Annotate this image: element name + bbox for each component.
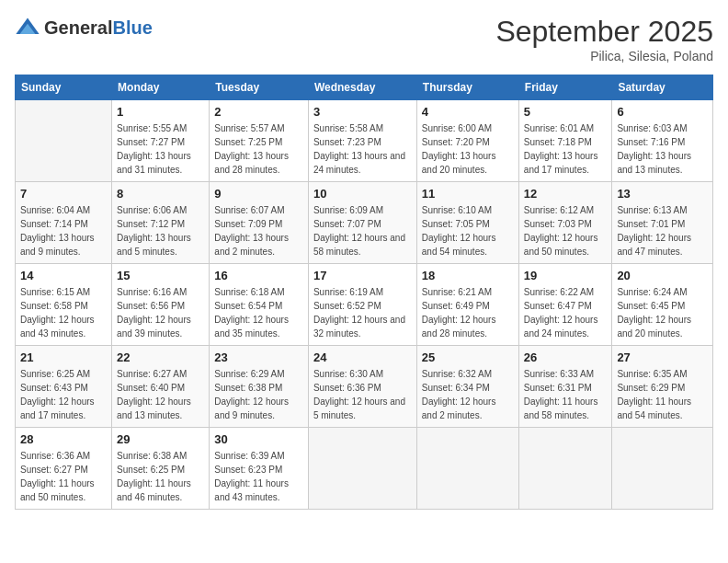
weekday-header-monday: Monday [112, 75, 210, 100]
day-number: 25 [422, 350, 514, 364]
day-detail: Sunrise: 6:29 AMSunset: 6:38 PMDaylight:… [214, 367, 303, 422]
day-detail: Sunrise: 6:33 AMSunset: 6:31 PMDaylight:… [524, 367, 608, 422]
day-number: 15 [117, 269, 204, 282]
calendar-cell: 4Sunrise: 6:00 AMSunset: 7:20 PMDaylight… [416, 100, 518, 182]
day-detail: Sunrise: 6:18 AMSunset: 6:54 PMDaylight:… [214, 285, 303, 340]
calendar-cell: 5Sunrise: 6:01 AMSunset: 7:18 PMDaylight… [518, 100, 612, 182]
day-number: 30 [214, 432, 303, 446]
month-title: September 2025 [495, 15, 713, 49]
weekday-header-friday: Friday [518, 75, 612, 100]
day-detail: Sunrise: 6:36 AMSunset: 6:27 PMDaylight:… [20, 449, 107, 504]
calendar-cell: 27Sunrise: 6:35 AMSunset: 6:29 PMDayligh… [612, 346, 713, 428]
day-detail: Sunrise: 6:12 AMSunset: 7:03 PMDaylight:… [524, 203, 608, 259]
day-detail: Sunrise: 6:25 AMSunset: 6:43 PMDaylight:… [20, 367, 107, 422]
day-number: 13 [617, 187, 708, 201]
day-number: 20 [617, 269, 708, 282]
title-block: September 2025 Pilica, Silesia, Poland [495, 15, 713, 63]
day-number: 19 [524, 269, 608, 282]
calendar-cell: 19Sunrise: 6:22 AMSunset: 6:47 PMDayligh… [518, 264, 612, 346]
day-detail: Sunrise: 6:07 AMSunset: 7:09 PMDaylight:… [214, 203, 303, 259]
day-number: 23 [214, 350, 303, 364]
day-detail: Sunrise: 6:15 AMSunset: 6:58 PMDaylight:… [20, 285, 107, 340]
calendar-cell [518, 428, 612, 510]
calendar-cell: 3Sunrise: 5:58 AMSunset: 7:23 PMDaylight… [308, 100, 416, 182]
location-title: Pilica, Silesia, Poland [495, 49, 713, 63]
weekday-header-sunday: Sunday [16, 75, 112, 100]
calendar-cell: 7Sunrise: 6:04 AMSunset: 7:14 PMDaylight… [16, 182, 112, 264]
day-detail: Sunrise: 6:21 AMSunset: 6:49 PMDaylight:… [422, 285, 514, 340]
calendar-cell: 15Sunrise: 6:16 AMSunset: 6:56 PMDayligh… [112, 264, 210, 346]
day-detail: Sunrise: 6:19 AMSunset: 6:52 PMDaylight:… [313, 285, 412, 340]
day-number: 8 [117, 187, 204, 201]
day-number: 18 [422, 269, 514, 282]
calendar-cell: 21Sunrise: 6:25 AMSunset: 6:43 PMDayligh… [16, 346, 112, 428]
day-number: 10 [313, 187, 412, 201]
day-number: 28 [20, 432, 107, 446]
calendar-cell: 20Sunrise: 6:24 AMSunset: 6:45 PMDayligh… [612, 264, 713, 346]
calendar-cell: 25Sunrise: 6:32 AMSunset: 6:34 PMDayligh… [416, 346, 518, 428]
day-detail: Sunrise: 6:39 AMSunset: 6:23 PMDaylight:… [214, 449, 303, 504]
page-header: GeneralBlue September 2025 Pilica, Siles… [15, 15, 713, 63]
calendar-cell: 10Sunrise: 6:09 AMSunset: 7:07 PMDayligh… [308, 182, 416, 264]
calendar-cell: 11Sunrise: 6:10 AMSunset: 7:05 PMDayligh… [416, 182, 518, 264]
day-detail: Sunrise: 5:55 AMSunset: 7:27 PMDaylight:… [117, 121, 204, 177]
day-number: 29 [117, 432, 204, 446]
day-number: 12 [524, 187, 608, 201]
weekday-header-thursday: Thursday [416, 75, 518, 100]
weekday-header-saturday: Saturday [612, 75, 713, 100]
calendar-week-row: 21Sunrise: 6:25 AMSunset: 6:43 PMDayligh… [16, 346, 713, 428]
calendar-cell: 13Sunrise: 6:13 AMSunset: 7:01 PMDayligh… [612, 182, 713, 264]
logo: GeneralBlue [15, 15, 153, 40]
calendar-cell: 8Sunrise: 6:06 AMSunset: 7:12 PMDaylight… [112, 182, 210, 264]
day-number: 11 [422, 187, 514, 201]
day-detail: Sunrise: 6:01 AMSunset: 7:18 PMDaylight:… [524, 121, 608, 177]
calendar-cell [16, 100, 112, 182]
calendar-cell: 2Sunrise: 5:57 AMSunset: 7:25 PMDaylight… [210, 100, 309, 182]
day-detail: Sunrise: 5:57 AMSunset: 7:25 PMDaylight:… [214, 121, 303, 177]
day-number: 17 [313, 269, 412, 282]
calendar-cell: 28Sunrise: 6:36 AMSunset: 6:27 PMDayligh… [16, 428, 112, 510]
calendar-cell: 17Sunrise: 6:19 AMSunset: 6:52 PMDayligh… [308, 264, 416, 346]
day-detail: Sunrise: 6:35 AMSunset: 6:29 PMDaylight:… [617, 367, 708, 422]
day-number: 27 [617, 350, 708, 364]
day-detail: Sunrise: 6:24 AMSunset: 6:45 PMDaylight:… [617, 285, 708, 340]
calendar-cell [612, 428, 713, 510]
day-number: 9 [214, 187, 303, 201]
calendar-cell: 9Sunrise: 6:07 AMSunset: 7:09 PMDaylight… [210, 182, 309, 264]
day-detail: Sunrise: 6:32 AMSunset: 6:34 PMDaylight:… [422, 367, 514, 422]
day-number: 26 [524, 350, 608, 364]
day-detail: Sunrise: 6:16 AMSunset: 6:56 PMDaylight:… [117, 285, 204, 340]
weekday-header-row: SundayMondayTuesdayWednesdayThursdayFrid… [16, 75, 713, 100]
day-detail: Sunrise: 6:06 AMSunset: 7:12 PMDaylight:… [117, 203, 204, 259]
day-detail: Sunrise: 6:03 AMSunset: 7:16 PMDaylight:… [617, 121, 708, 177]
day-detail: Sunrise: 6:13 AMSunset: 7:01 PMDaylight:… [617, 203, 708, 259]
day-detail: Sunrise: 5:58 AMSunset: 7:23 PMDaylight:… [313, 121, 412, 177]
day-detail: Sunrise: 6:04 AMSunset: 7:14 PMDaylight:… [20, 203, 107, 259]
day-detail: Sunrise: 6:38 AMSunset: 6:25 PMDaylight:… [117, 449, 204, 504]
day-number: 4 [422, 105, 514, 119]
day-number: 21 [20, 350, 107, 364]
calendar-cell: 30Sunrise: 6:39 AMSunset: 6:23 PMDayligh… [210, 428, 309, 510]
calendar-cell [416, 428, 518, 510]
day-detail: Sunrise: 6:22 AMSunset: 6:47 PMDaylight:… [524, 285, 608, 340]
logo-icon [15, 15, 40, 40]
calendar-week-row: 7Sunrise: 6:04 AMSunset: 7:14 PMDaylight… [16, 182, 713, 264]
day-detail: Sunrise: 6:09 AMSunset: 7:07 PMDaylight:… [313, 203, 412, 259]
calendar-cell: 29Sunrise: 6:38 AMSunset: 6:25 PMDayligh… [112, 428, 210, 510]
day-number: 7 [20, 187, 107, 201]
calendar-cell: 12Sunrise: 6:12 AMSunset: 7:03 PMDayligh… [518, 182, 612, 264]
day-number: 16 [214, 269, 303, 282]
calendar-cell: 24Sunrise: 6:30 AMSunset: 6:36 PMDayligh… [308, 346, 416, 428]
calendar-cell: 1Sunrise: 5:55 AMSunset: 7:27 PMDaylight… [112, 100, 210, 182]
calendar-cell: 18Sunrise: 6:21 AMSunset: 6:49 PMDayligh… [416, 264, 518, 346]
day-number: 14 [20, 269, 107, 282]
weekday-header-wednesday: Wednesday [308, 75, 416, 100]
logo-general: General [44, 17, 112, 38]
day-detail: Sunrise: 6:10 AMSunset: 7:05 PMDaylight:… [422, 203, 514, 259]
day-number: 1 [117, 105, 204, 119]
day-number: 2 [214, 105, 303, 119]
day-detail: Sunrise: 6:27 AMSunset: 6:40 PMDaylight:… [117, 367, 204, 422]
day-detail: Sunrise: 6:00 AMSunset: 7:20 PMDaylight:… [422, 121, 514, 177]
calendar-week-row: 14Sunrise: 6:15 AMSunset: 6:58 PMDayligh… [16, 264, 713, 346]
day-number: 24 [313, 350, 412, 364]
